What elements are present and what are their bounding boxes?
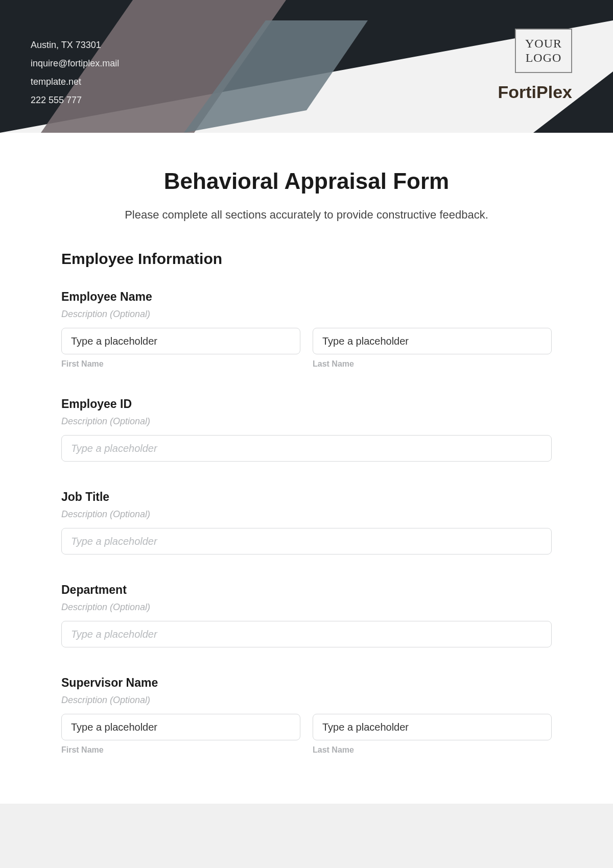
field-label: Employee ID <box>61 397 552 411</box>
logo-placeholder: YOUR LOGO <box>515 29 572 73</box>
brand-name: FortiPlex <box>498 82 572 102</box>
field-supervisor-name: Supervisor Name Description (Optional) F… <box>61 676 552 755</box>
sublabel-first-name: First Name <box>61 745 300 755</box>
field-department: Department Description (Optional) <box>61 583 552 647</box>
employee-first-name-input[interactable] <box>61 328 300 354</box>
contact-phone: 222 555 777 <box>31 91 119 109</box>
sublabel-last-name: Last Name <box>313 359 552 369</box>
contact-block: Austin, TX 73301 inquire@fortiplex.mail … <box>31 36 119 109</box>
field-label: Supervisor Name <box>61 676 552 690</box>
sublabel-last-name: Last Name <box>313 745 552 755</box>
field-description: Description (Optional) <box>61 695 552 706</box>
field-description: Description (Optional) <box>61 309 552 320</box>
contact-address: Austin, TX 73301 <box>31 36 119 54</box>
field-label: Employee Name <box>61 290 552 304</box>
logo-text-line1: YOUR <box>525 37 562 51</box>
supervisor-first-name-input[interactable] <box>61 714 300 740</box>
field-description: Description (Optional) <box>61 602 552 613</box>
field-label: Job Title <box>61 490 552 504</box>
field-job-title: Job Title Description (Optional) <box>61 490 552 554</box>
field-description: Description (Optional) <box>61 416 552 427</box>
form-content: Behavioral Appraisal Form Please complet… <box>0 133 613 804</box>
job-title-input[interactable] <box>61 528 552 554</box>
field-label: Department <box>61 583 552 597</box>
form-title: Behavioral Appraisal Form <box>61 168 552 194</box>
field-description: Description (Optional) <box>61 509 552 520</box>
form-subtitle: Please complete all sections accurately … <box>61 208 552 222</box>
employee-last-name-input[interactable] <box>313 328 552 354</box>
logo-text-line2: LOGO <box>525 51 562 65</box>
supervisor-last-name-input[interactable] <box>313 714 552 740</box>
department-input[interactable] <box>61 621 552 647</box>
sublabel-first-name: First Name <box>61 359 300 369</box>
contact-website: template.net <box>31 73 119 91</box>
contact-email: inquire@fortiplex.mail <box>31 54 119 73</box>
header-banner: Austin, TX 73301 inquire@fortiplex.mail … <box>0 0 613 133</box>
section-heading-employee-info: Employee Information <box>61 250 552 268</box>
logo-area: YOUR LOGO FortiPlex <box>498 29 572 102</box>
employee-id-input[interactable] <box>61 435 552 462</box>
field-employee-id: Employee ID Description (Optional) <box>61 397 552 462</box>
field-employee-name: Employee Name Description (Optional) Fir… <box>61 290 552 369</box>
page: Austin, TX 73301 inquire@fortiplex.mail … <box>0 0 613 804</box>
